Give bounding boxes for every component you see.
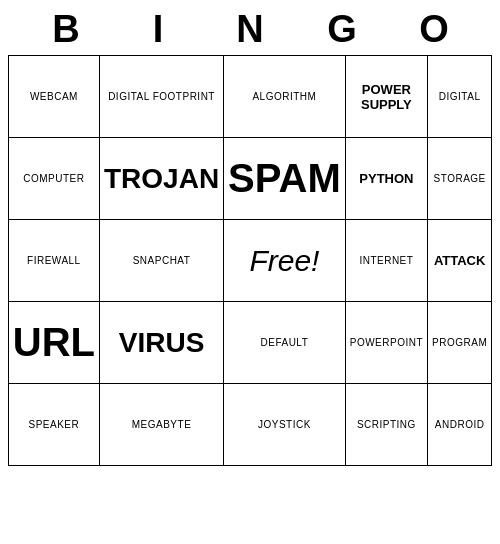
cell-4-2: JOYSTICK	[224, 384, 346, 466]
cell-0-0: WEBCAM	[8, 56, 99, 138]
cell-0-1: DIGITAL FOOTPRINT	[99, 56, 223, 138]
cell-0-4: DIGITAL	[428, 56, 492, 138]
title-letter-N: N	[209, 8, 291, 51]
cell-2-0: FIREWALL	[8, 220, 99, 302]
title-letter-B: B	[25, 8, 107, 51]
grid-row-0: WEBCAMDIGITAL FOOTPRINTALGORITHMPOWER SU…	[8, 56, 491, 138]
bingo-title: BINGO	[20, 0, 480, 55]
cell-1-0: COMPUTER	[8, 138, 99, 220]
cell-4-3: SCRIPTING	[345, 384, 427, 466]
title-letter-G: G	[301, 8, 383, 51]
cell-3-3: POWERPOINT	[345, 302, 427, 384]
cell-2-3: INTERNET	[345, 220, 427, 302]
cell-1-1: TROJAN	[99, 138, 223, 220]
cell-0-3: POWER SUPPLY	[345, 56, 427, 138]
grid-row-2: FIREWALLSNAPCHATFree!INTERNETATTACK	[8, 220, 491, 302]
cell-2-2: Free!	[224, 220, 346, 302]
title-letter-I: I	[117, 8, 199, 51]
cell-1-4: STORAGE	[428, 138, 492, 220]
cell-0-2: ALGORITHM	[224, 56, 346, 138]
grid-row-4: SPEAKERMEGABYTEJOYSTICKSCRIPTINGANDROID	[8, 384, 491, 466]
grid-row-1: COMPUTERTROJANSPAMPYTHONSTORAGE	[8, 138, 491, 220]
title-letter-O: O	[393, 8, 475, 51]
cell-3-1: VIRUS	[99, 302, 223, 384]
cell-2-4: ATTACK	[428, 220, 492, 302]
bingo-grid: WEBCAMDIGITAL FOOTPRINTALGORITHMPOWER SU…	[8, 55, 492, 466]
cell-3-0: URL	[8, 302, 99, 384]
cell-1-2: SPAM	[224, 138, 346, 220]
grid-row-3: URLVIRUSDEFAULTPOWERPOINTPROGRAM	[8, 302, 491, 384]
cell-3-4: PROGRAM	[428, 302, 492, 384]
cell-4-0: SPEAKER	[8, 384, 99, 466]
cell-2-1: SNAPCHAT	[99, 220, 223, 302]
cell-1-3: PYTHON	[345, 138, 427, 220]
cell-3-2: DEFAULT	[224, 302, 346, 384]
cell-4-1: MEGABYTE	[99, 384, 223, 466]
cell-4-4: ANDROID	[428, 384, 492, 466]
